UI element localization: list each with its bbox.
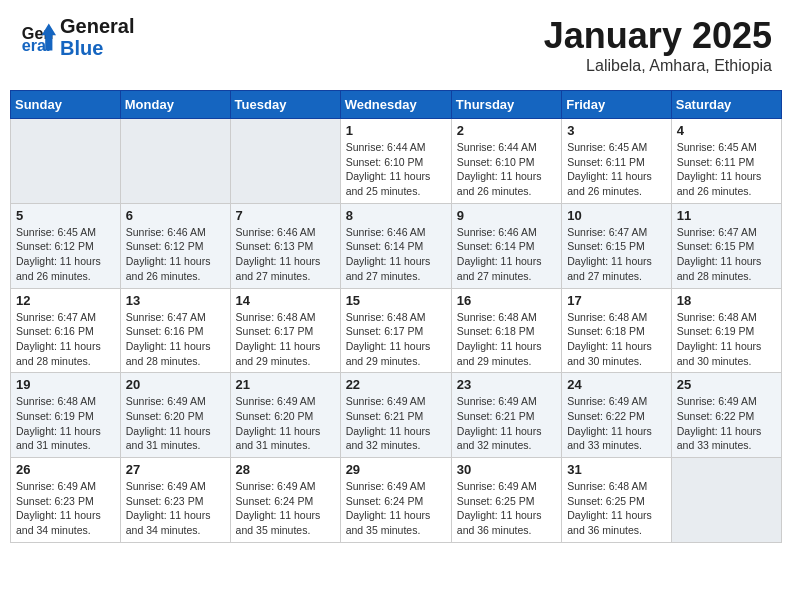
calendar-week-2: 5Sunrise: 6:45 AM Sunset: 6:12 PM Daylig… [11,203,782,288]
day-number: 31 [567,462,666,477]
day-info: Sunrise: 6:48 AM Sunset: 6:25 PM Dayligh… [567,479,666,538]
day-number: 26 [16,462,115,477]
calendar-week-5: 26Sunrise: 6:49 AM Sunset: 6:23 PM Dayli… [11,458,782,543]
weekday-header-monday: Monday [120,91,230,119]
day-number: 17 [567,293,666,308]
month-title: January 2025 [544,15,772,57]
day-number: 2 [457,123,556,138]
day-number: 24 [567,377,666,392]
calendar-cell: 30Sunrise: 6:49 AM Sunset: 6:25 PM Dayli… [451,458,561,543]
day-number: 7 [236,208,335,223]
weekday-header-wednesday: Wednesday [340,91,451,119]
day-info: Sunrise: 6:46 AM Sunset: 6:14 PM Dayligh… [346,225,446,284]
calendar-cell: 18Sunrise: 6:48 AM Sunset: 6:19 PM Dayli… [671,288,781,373]
day-info: Sunrise: 6:49 AM Sunset: 6:23 PM Dayligh… [126,479,225,538]
calendar-cell: 16Sunrise: 6:48 AM Sunset: 6:18 PM Dayli… [451,288,561,373]
day-number: 10 [567,208,666,223]
calendar-cell: 25Sunrise: 6:49 AM Sunset: 6:22 PM Dayli… [671,373,781,458]
day-number: 5 [16,208,115,223]
day-number: 25 [677,377,776,392]
day-number: 15 [346,293,446,308]
day-info: Sunrise: 6:48 AM Sunset: 6:18 PM Dayligh… [457,310,556,369]
calendar-cell: 29Sunrise: 6:49 AM Sunset: 6:24 PM Dayli… [340,458,451,543]
page-header: Gen eral General Blue January 2025 Lalib… [10,10,782,80]
day-info: Sunrise: 6:45 AM Sunset: 6:12 PM Dayligh… [16,225,115,284]
calendar-cell: 3Sunrise: 6:45 AM Sunset: 6:11 PM Daylig… [562,119,672,204]
day-info: Sunrise: 6:49 AM Sunset: 6:20 PM Dayligh… [126,394,225,453]
weekday-header-row: SundayMondayTuesdayWednesdayThursdayFrid… [11,91,782,119]
day-info: Sunrise: 6:49 AM Sunset: 6:21 PM Dayligh… [346,394,446,453]
day-number: 21 [236,377,335,392]
day-info: Sunrise: 6:49 AM Sunset: 6:23 PM Dayligh… [16,479,115,538]
calendar-cell: 5Sunrise: 6:45 AM Sunset: 6:12 PM Daylig… [11,203,121,288]
calendar-week-1: 1Sunrise: 6:44 AM Sunset: 6:10 PM Daylig… [11,119,782,204]
day-number: 8 [346,208,446,223]
day-info: Sunrise: 6:49 AM Sunset: 6:22 PM Dayligh… [677,394,776,453]
calendar-cell: 11Sunrise: 6:47 AM Sunset: 6:15 PM Dayli… [671,203,781,288]
calendar-cell: 7Sunrise: 6:46 AM Sunset: 6:13 PM Daylig… [230,203,340,288]
day-info: Sunrise: 6:49 AM Sunset: 6:22 PM Dayligh… [567,394,666,453]
day-info: Sunrise: 6:45 AM Sunset: 6:11 PM Dayligh… [567,140,666,199]
calendar-cell: 10Sunrise: 6:47 AM Sunset: 6:15 PM Dayli… [562,203,672,288]
calendar-cell: 12Sunrise: 6:47 AM Sunset: 6:16 PM Dayli… [11,288,121,373]
day-info: Sunrise: 6:45 AM Sunset: 6:11 PM Dayligh… [677,140,776,199]
weekday-header-thursday: Thursday [451,91,561,119]
logo-icon: Gen eral [20,19,56,55]
title-block: January 2025 Lalibela, Amhara, Ethiopia [544,15,772,75]
day-info: Sunrise: 6:48 AM Sunset: 6:17 PM Dayligh… [346,310,446,369]
day-number: 6 [126,208,225,223]
calendar-cell: 1Sunrise: 6:44 AM Sunset: 6:10 PM Daylig… [340,119,451,204]
calendar-cell: 20Sunrise: 6:49 AM Sunset: 6:20 PM Dayli… [120,373,230,458]
calendar-cell: 13Sunrise: 6:47 AM Sunset: 6:16 PM Dayli… [120,288,230,373]
day-info: Sunrise: 6:44 AM Sunset: 6:10 PM Dayligh… [457,140,556,199]
calendar-week-3: 12Sunrise: 6:47 AM Sunset: 6:16 PM Dayli… [11,288,782,373]
day-info: Sunrise: 6:44 AM Sunset: 6:10 PM Dayligh… [346,140,446,199]
day-info: Sunrise: 6:49 AM Sunset: 6:25 PM Dayligh… [457,479,556,538]
weekday-header-friday: Friday [562,91,672,119]
calendar-cell: 19Sunrise: 6:48 AM Sunset: 6:19 PM Dayli… [11,373,121,458]
calendar-cell: 9Sunrise: 6:46 AM Sunset: 6:14 PM Daylig… [451,203,561,288]
weekday-header-sunday: Sunday [11,91,121,119]
calendar-cell: 26Sunrise: 6:49 AM Sunset: 6:23 PM Dayli… [11,458,121,543]
day-number: 22 [346,377,446,392]
day-info: Sunrise: 6:46 AM Sunset: 6:12 PM Dayligh… [126,225,225,284]
calendar-table: SundayMondayTuesdayWednesdayThursdayFrid… [10,90,782,543]
day-number: 4 [677,123,776,138]
weekday-header-saturday: Saturday [671,91,781,119]
day-info: Sunrise: 6:47 AM Sunset: 6:15 PM Dayligh… [567,225,666,284]
day-number: 20 [126,377,225,392]
day-number: 14 [236,293,335,308]
day-number: 9 [457,208,556,223]
day-info: Sunrise: 6:47 AM Sunset: 6:16 PM Dayligh… [126,310,225,369]
day-number: 27 [126,462,225,477]
calendar-cell: 24Sunrise: 6:49 AM Sunset: 6:22 PM Dayli… [562,373,672,458]
day-number: 11 [677,208,776,223]
day-info: Sunrise: 6:46 AM Sunset: 6:13 PM Dayligh… [236,225,335,284]
day-number: 29 [346,462,446,477]
day-number: 1 [346,123,446,138]
logo-text-general: General [60,15,134,37]
day-info: Sunrise: 6:49 AM Sunset: 6:24 PM Dayligh… [346,479,446,538]
day-info: Sunrise: 6:48 AM Sunset: 6:19 PM Dayligh… [16,394,115,453]
calendar-cell [671,458,781,543]
day-number: 3 [567,123,666,138]
day-info: Sunrise: 6:48 AM Sunset: 6:19 PM Dayligh… [677,310,776,369]
location-title: Lalibela, Amhara, Ethiopia [544,57,772,75]
day-number: 30 [457,462,556,477]
day-info: Sunrise: 6:49 AM Sunset: 6:20 PM Dayligh… [236,394,335,453]
calendar-cell [230,119,340,204]
calendar-cell [120,119,230,204]
calendar-cell: 31Sunrise: 6:48 AM Sunset: 6:25 PM Dayli… [562,458,672,543]
logo-text-blue: Blue [60,37,134,59]
calendar-cell: 27Sunrise: 6:49 AM Sunset: 6:23 PM Dayli… [120,458,230,543]
calendar-cell: 23Sunrise: 6:49 AM Sunset: 6:21 PM Dayli… [451,373,561,458]
day-number: 16 [457,293,556,308]
day-number: 13 [126,293,225,308]
calendar-cell [11,119,121,204]
calendar-cell: 8Sunrise: 6:46 AM Sunset: 6:14 PM Daylig… [340,203,451,288]
weekday-header-tuesday: Tuesday [230,91,340,119]
calendar-week-4: 19Sunrise: 6:48 AM Sunset: 6:19 PM Dayli… [11,373,782,458]
calendar-cell: 28Sunrise: 6:49 AM Sunset: 6:24 PM Dayli… [230,458,340,543]
calendar-cell: 17Sunrise: 6:48 AM Sunset: 6:18 PM Dayli… [562,288,672,373]
day-number: 18 [677,293,776,308]
